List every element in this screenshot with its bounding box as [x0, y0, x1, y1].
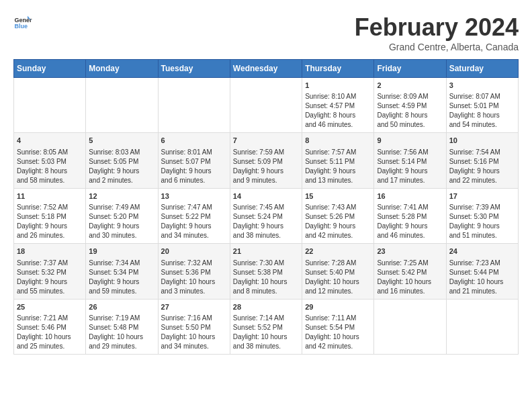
day-content: and 21 minutes.: [449, 287, 515, 296]
day-content: Sunrise: 8:01 AM: [161, 148, 227, 157]
calendar-cell: 11Sunrise: 7:52 AMSunset: 5:18 PMDayligh…: [14, 188, 86, 243]
calendar-cell: 25Sunrise: 7:21 AMSunset: 5:46 PMDayligh…: [14, 299, 86, 354]
day-content: Daylight: 10 hours: [305, 332, 371, 342]
day-content: Sunset: 5:44 PM: [449, 268, 515, 277]
calendar-cell: 5Sunrise: 8:03 AMSunset: 5:05 PMDaylight…: [86, 133, 158, 188]
month-title: February 2024: [355, 13, 519, 42]
calendar-cell: [158, 78, 230, 133]
day-content: Sunset: 5:22 PM: [161, 212, 227, 222]
day-number: 4: [17, 136, 83, 146]
day-number: 20: [161, 246, 227, 257]
calendar-body: 1Sunrise: 8:10 AMSunset: 4:57 PMDaylight…: [14, 78, 519, 355]
day-number: 29: [305, 302, 371, 312]
day-content: Sunrise: 7:21 AM: [17, 314, 83, 323]
day-content: Daylight: 9 hours: [449, 222, 515, 231]
day-content: Sunrise: 7:57 AM: [305, 148, 371, 157]
day-content: Sunrise: 7:32 AM: [161, 259, 227, 268]
day-content: and 46 minutes.: [305, 120, 371, 130]
calendar-cell: 26Sunrise: 7:19 AMSunset: 5:48 PMDayligh…: [86, 299, 158, 354]
day-number: 1: [305, 81, 371, 91]
day-content: and 22 minutes.: [449, 176, 515, 185]
day-content: Daylight: 9 hours: [17, 222, 83, 231]
day-content: Daylight: 8 hours: [449, 111, 515, 120]
day-content: and 13 minutes.: [305, 176, 371, 185]
calendar-cell: 17Sunrise: 7:39 AMSunset: 5:30 PMDayligh…: [446, 188, 518, 243]
day-content: Daylight: 9 hours: [17, 277, 83, 287]
calendar-cell: 24Sunrise: 7:23 AMSunset: 5:44 PMDayligh…: [446, 244, 518, 299]
day-header-monday: Monday: [86, 60, 158, 78]
day-content: Sunrise: 8:03 AM: [89, 148, 154, 157]
day-content: Sunrise: 7:25 AM: [377, 259, 443, 268]
day-content: Sunset: 5:46 PM: [17, 323, 83, 332]
day-content: Daylight: 10 hours: [233, 332, 299, 342]
day-header-tuesday: Tuesday: [158, 60, 230, 78]
day-content: Sunset: 5:28 PM: [377, 212, 443, 222]
day-content: Daylight: 8 hours: [377, 111, 443, 120]
day-content: Sunrise: 7:30 AM: [233, 259, 299, 268]
day-content: Sunrise: 8:09 AM: [377, 92, 443, 101]
calendar-cell: 2Sunrise: 8:09 AMSunset: 4:59 PMDaylight…: [374, 78, 446, 133]
day-content: and 25 minutes.: [17, 342, 83, 351]
day-number: 22: [305, 246, 371, 257]
calendar-week-1: 1Sunrise: 8:10 AMSunset: 4:57 PMDaylight…: [14, 78, 519, 133]
day-content: Sunrise: 7:47 AM: [161, 203, 227, 212]
day-content: Sunset: 5:07 PM: [161, 157, 227, 167]
day-content: Sunset: 5:20 PM: [89, 212, 154, 222]
day-header-wednesday: Wednesday: [230, 60, 302, 78]
day-content: Daylight: 10 hours: [305, 277, 371, 287]
calendar-cell: 20Sunrise: 7:32 AMSunset: 5:36 PMDayligh…: [158, 244, 230, 299]
day-number: 11: [17, 191, 83, 201]
header: General Blue February 2024 Grand Centre,…: [13, 13, 519, 52]
day-content: and 16 minutes.: [377, 287, 443, 296]
day-content: and 26 minutes.: [17, 231, 83, 240]
day-content: Sunset: 5:50 PM: [161, 323, 227, 332]
day-content: Daylight: 8 hours: [17, 167, 83, 176]
calendar-week-3: 11Sunrise: 7:52 AMSunset: 5:18 PMDayligh…: [14, 188, 519, 243]
day-content: Sunrise: 7:59 AM: [233, 148, 299, 157]
calendar-cell: 4Sunrise: 8:05 AMSunset: 5:03 PMDaylight…: [14, 133, 86, 188]
day-content: and 2 minutes.: [89, 176, 154, 185]
day-content: Sunset: 5:40 PM: [305, 268, 371, 277]
calendar-week-5: 25Sunrise: 7:21 AMSunset: 5:46 PMDayligh…: [14, 299, 519, 354]
calendar-cell: [446, 299, 518, 354]
day-content: Sunrise: 7:41 AM: [377, 203, 443, 212]
day-content: Sunrise: 7:49 AM: [89, 203, 154, 212]
day-header-thursday: Thursday: [302, 60, 374, 78]
day-content: Daylight: 10 hours: [161, 277, 227, 287]
calendar-cell: 27Sunrise: 7:16 AMSunset: 5:50 PMDayligh…: [158, 299, 230, 354]
day-content: Sunrise: 7:19 AM: [89, 314, 154, 323]
subtitle: Grand Centre, Alberta, Canada: [355, 42, 519, 52]
day-content: Sunset: 5:54 PM: [305, 323, 371, 332]
day-number: 2: [377, 81, 443, 91]
day-content: and 38 minutes.: [233, 342, 299, 351]
calendar-week-2: 4Sunrise: 8:05 AMSunset: 5:03 PMDaylight…: [14, 133, 519, 188]
day-content: and 6 minutes.: [161, 176, 227, 185]
day-content: Sunset: 5:05 PM: [89, 157, 154, 167]
day-header-friday: Friday: [374, 60, 446, 78]
day-content: and 30 minutes.: [89, 231, 154, 240]
day-content: Daylight: 9 hours: [233, 222, 299, 231]
calendar-cell: 16Sunrise: 7:41 AMSunset: 5:28 PMDayligh…: [374, 188, 446, 243]
day-content: Sunset: 5:03 PM: [17, 157, 83, 167]
day-content: Daylight: 8 hours: [305, 111, 371, 120]
day-content: Sunset: 5:18 PM: [17, 212, 83, 222]
day-content: Daylight: 10 hours: [161, 332, 227, 342]
day-content: Sunrise: 7:34 AM: [89, 259, 154, 268]
calendar-cell: 3Sunrise: 8:07 AMSunset: 5:01 PMDaylight…: [446, 78, 518, 133]
calendar-cell: 28Sunrise: 7:14 AMSunset: 5:52 PMDayligh…: [230, 299, 302, 354]
day-number: 12: [89, 191, 154, 201]
day-header-sunday: Sunday: [14, 60, 86, 78]
day-content: Sunset: 5:38 PM: [233, 268, 299, 277]
logo-icon: General Blue: [13, 13, 32, 32]
day-content: and 51 minutes.: [449, 231, 515, 240]
day-number: 25: [17, 302, 83, 312]
calendar-week-4: 18Sunrise: 7:37 AMSunset: 5:32 PMDayligh…: [14, 244, 519, 299]
calendar-cell: [374, 299, 446, 354]
day-content: Daylight: 9 hours: [161, 222, 227, 231]
day-content: Sunrise: 7:16 AM: [161, 314, 227, 323]
day-content: Sunrise: 7:39 AM: [449, 203, 515, 212]
day-content: Sunset: 5:14 PM: [377, 157, 443, 167]
calendar-header-row: SundayMondayTuesdayWednesdayThursdayFrid…: [14, 60, 519, 78]
day-content: Sunrise: 8:07 AM: [449, 92, 515, 101]
day-header-saturday: Saturday: [446, 60, 518, 78]
